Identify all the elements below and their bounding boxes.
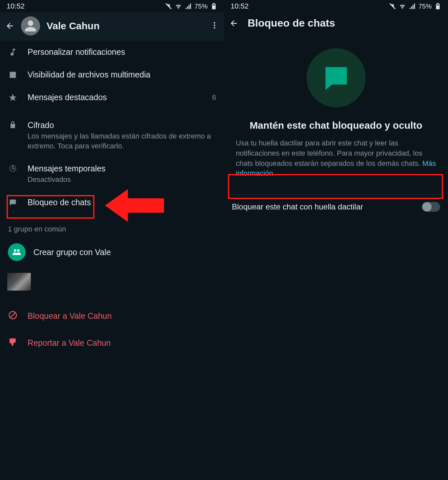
battery-pct: 75% bbox=[418, 3, 432, 10]
photo-icon bbox=[8, 70, 18, 79]
group-thumbnail[interactable] bbox=[7, 273, 31, 291]
mute-icon bbox=[389, 3, 396, 10]
row-chat-lock[interactable]: Bloqueo de chats bbox=[0, 191, 224, 214]
hero-title: Mantén este chat bloqueado y oculto bbox=[250, 120, 422, 131]
battery-pct: 75% bbox=[194, 3, 208, 10]
row-label: Visibilidad de archivos multimedia bbox=[28, 70, 216, 79]
chatlock-hero-icon bbox=[307, 48, 366, 107]
contact-header: Vale Cahun bbox=[0, 12, 224, 41]
encryption-title: Cifrado bbox=[28, 120, 216, 130]
svg-line-5 bbox=[10, 313, 15, 318]
chat-lock-label: Bloqueo de chats bbox=[28, 198, 216, 207]
chatlock-hero: Mantén este chat bloqueado y oculto Usa … bbox=[224, 35, 448, 185]
lock-icon bbox=[8, 120, 18, 130]
report-label: Reportar a Vale Cahun bbox=[28, 338, 111, 348]
group-icon bbox=[8, 243, 26, 261]
status-icons: 75% bbox=[389, 3, 441, 10]
music-note-icon bbox=[8, 48, 18, 57]
mute-icon bbox=[165, 3, 172, 10]
chatlock-header: Bloqueo de chats bbox=[224, 12, 448, 35]
svg-point-1 bbox=[214, 22, 215, 23]
signal-icon bbox=[409, 3, 416, 10]
svg-point-3 bbox=[214, 27, 215, 28]
fingerprint-toggle[interactable] bbox=[422, 202, 440, 212]
thumbs-down-icon bbox=[8, 337, 18, 348]
status-time: 10:52 bbox=[7, 2, 25, 11]
disappearing-subtitle: Desactivados bbox=[28, 175, 216, 185]
row-starred[interactable]: Mensajes destacados 6 bbox=[0, 86, 224, 109]
battery-icon bbox=[434, 3, 441, 10]
page-title: Bloqueo de chats bbox=[248, 17, 335, 29]
contact-name: Vale Cahun bbox=[47, 20, 204, 32]
wifi-icon bbox=[399, 3, 406, 10]
row-label: Mensajes destacados bbox=[28, 93, 202, 102]
star-icon bbox=[8, 93, 18, 102]
hero-description-text: Usa tu huella dactilar para abrir este c… bbox=[236, 139, 422, 167]
create-group-label: Crear grupo con Vale bbox=[33, 248, 216, 257]
disappearing-title: Mensajes temporales bbox=[28, 164, 216, 173]
chat-lock-icon bbox=[8, 198, 18, 207]
timer-icon bbox=[8, 164, 18, 173]
row-disappearing[interactable]: Mensajes temporales Desactivados bbox=[0, 157, 224, 191]
hero-description: Usa tu huella dactilar para abrir este c… bbox=[234, 138, 438, 179]
back-button[interactable] bbox=[229, 19, 238, 28]
status-time: 10:52 bbox=[231, 2, 249, 11]
svg-rect-7 bbox=[437, 5, 439, 9]
row-encryption[interactable]: Cifrado Los mensajes y las llamadas está… bbox=[0, 114, 224, 157]
row-fingerprint-toggle[interactable]: Bloquear este chat con huella dactilar bbox=[224, 195, 448, 219]
more-button[interactable] bbox=[210, 21, 219, 31]
block-label: Bloquear a Vale Cahun bbox=[28, 311, 112, 321]
back-button[interactable] bbox=[5, 21, 14, 31]
row-media-visibility[interactable]: Visibilidad de archivos multimedia bbox=[0, 63, 224, 86]
block-icon bbox=[8, 310, 18, 321]
svg-rect-0 bbox=[213, 5, 215, 9]
starred-count: 6 bbox=[212, 93, 216, 102]
status-icons: 75% bbox=[165, 3, 217, 10]
contact-avatar[interactable] bbox=[21, 16, 40, 35]
row-report[interactable]: Reportar a Vale Cahun bbox=[0, 329, 224, 356]
status-bar: 10:52 75% bbox=[224, 0, 448, 12]
toggle-label: Bloquear este chat con huella dactilar bbox=[232, 202, 363, 211]
encryption-subtitle: Los mensajes y las llamadas están cifrad… bbox=[28, 131, 216, 151]
phone-right: 10:52 75% Bloqueo de chats Mantén este c… bbox=[224, 0, 448, 480]
svg-point-2 bbox=[214, 25, 215, 26]
wifi-icon bbox=[175, 3, 182, 10]
signal-icon bbox=[185, 3, 192, 10]
battery-icon bbox=[210, 3, 217, 10]
groups-caption: 1 grupo en común bbox=[0, 219, 224, 237]
row-block[interactable]: Bloquear a Vale Cahun bbox=[0, 302, 224, 329]
phone-left: 10:52 75% Vale Cahun Personalizar notifi… bbox=[0, 0, 224, 480]
row-notifications[interactable]: Personalizar notificaciones bbox=[0, 41, 224, 63]
row-create-group[interactable]: Crear grupo con Vale bbox=[0, 237, 224, 268]
row-label: Personalizar notificaciones bbox=[28, 47, 216, 57]
status-bar: 10:52 75% bbox=[0, 0, 224, 12]
